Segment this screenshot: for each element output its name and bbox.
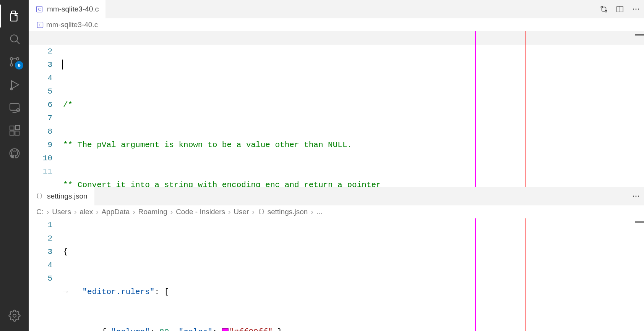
tab-bar-top: C mm-sqlite3-40.c xyxy=(29,0,644,18)
svg-point-14 xyxy=(13,314,16,317)
svg-point-22 xyxy=(636,9,637,10)
tab-actions-top xyxy=(596,0,644,18)
svg-rect-11 xyxy=(10,131,14,135)
code-content-top[interactable]: /* ** The pVal argument is known to be a… xyxy=(63,31,644,187)
svg-point-23 xyxy=(638,9,639,10)
svg-point-26 xyxy=(633,196,634,197)
svg-rect-13 xyxy=(15,126,19,130)
extensions-activity[interactable] xyxy=(0,119,29,142)
chevron-right-icon: › xyxy=(132,208,136,216)
editor-group-bottom: settings.json C:› Users› alex› AppData› … xyxy=(29,187,644,331)
svg-point-27 xyxy=(636,196,637,197)
svg-marker-5 xyxy=(11,81,19,89)
split-icon xyxy=(616,5,624,13)
ellipsis-icon xyxy=(632,5,640,13)
svg-point-0 xyxy=(10,35,18,42)
remote-explorer-icon xyxy=(8,102,21,114)
run-debug-activity[interactable] xyxy=(0,73,29,96)
more-actions-button[interactable] xyxy=(632,5,640,13)
breadcrumb-file: mm-sqlite3-40.c xyxy=(46,21,98,29)
tab-label: mm-sqlite3-40.c xyxy=(47,5,99,13)
tab-settings-json[interactable]: settings.json xyxy=(29,187,95,205)
code-area-bottom[interactable]: 1 2 3 4 5 { → "editor.rulers": [ → → { "… xyxy=(29,218,644,331)
more-actions-button[interactable] xyxy=(632,192,640,200)
github-icon xyxy=(9,148,20,159)
json-file-icon xyxy=(258,208,265,216)
search-icon xyxy=(8,33,21,45)
ruler-90 xyxy=(526,218,526,331)
chevron-right-icon: › xyxy=(227,208,231,216)
ellipsis-icon xyxy=(632,192,640,200)
chevron-right-icon: › xyxy=(251,208,255,216)
explorer-activity[interactable] xyxy=(0,5,29,27)
gear-icon xyxy=(8,310,21,322)
svg-line-1 xyxy=(17,41,19,44)
run-debug-icon xyxy=(8,79,21,91)
code-area-top[interactable]: 1 2 3 4 5 6 7 8 9 10 11 /* ** The pVal a… xyxy=(29,31,644,187)
svg-rect-7 xyxy=(10,103,19,110)
settings-activity[interactable] xyxy=(0,304,29,327)
breadcrumb-segment[interactable]: Users xyxy=(52,208,71,216)
breadcrumb-segment[interactable]: ... xyxy=(316,208,323,216)
split-editor-button[interactable] xyxy=(616,5,624,13)
c-file-icon: C xyxy=(36,5,43,13)
extensions-icon xyxy=(8,124,21,137)
remote-activity[interactable] xyxy=(0,96,29,119)
breadcrumb-top[interactable]: C mm-sqlite3-40.c xyxy=(29,18,644,31)
search-activity[interactable] xyxy=(0,27,29,50)
chevron-right-icon: › xyxy=(95,208,99,216)
breadcrumb-segment[interactable]: User xyxy=(234,208,249,216)
color-swatch-magenta[interactable] xyxy=(222,328,229,331)
editor-group-top: C mm-sqlite3-40.c C mm-sqlite3-40.c xyxy=(29,0,644,187)
code-content-bottom[interactable]: { → "editor.rulers": [ → → { "column": 8… xyxy=(63,218,644,331)
files-icon xyxy=(8,10,21,22)
chevron-right-icon: › xyxy=(73,208,77,216)
json-file-icon xyxy=(36,192,43,200)
svg-point-28 xyxy=(638,196,639,197)
svg-point-3 xyxy=(10,64,13,66)
tab-label: settings.json xyxy=(47,192,88,200)
tab-bar-bottom: settings.json xyxy=(29,187,644,205)
ruler-90 xyxy=(526,31,526,187)
tab-actions-bottom xyxy=(628,187,644,205)
editor-area: C mm-sqlite3-40.c C mm-sqlite3-40.c xyxy=(29,0,644,331)
chevron-right-icon: › xyxy=(310,208,314,216)
scm-activity[interactable]: 9 xyxy=(0,50,29,73)
svg-text:C: C xyxy=(38,7,41,11)
breadcrumb-segment[interactable]: Code - Insiders xyxy=(176,208,225,216)
svg-point-17 xyxy=(601,6,603,8)
breadcrumb-segment[interactable]: AppData xyxy=(101,208,130,216)
breadcrumb-segment[interactable]: C: xyxy=(36,208,44,216)
tab-mm-sqlite3[interactable]: C mm-sqlite3-40.c xyxy=(29,0,106,18)
github-activity[interactable] xyxy=(0,142,29,165)
compare-icon xyxy=(600,5,608,13)
chevron-right-icon: › xyxy=(46,208,50,216)
text-cursor xyxy=(62,60,63,69)
gutter-bottom: 1 2 3 4 5 xyxy=(29,218,63,331)
breadcrumb-segment[interactable]: Roaming xyxy=(138,208,167,216)
breadcrumb-segment[interactable]: settings.json xyxy=(268,208,308,216)
compare-changes-button[interactable] xyxy=(600,5,608,13)
chevron-right-icon: › xyxy=(170,208,174,216)
scm-badge: 9 xyxy=(15,61,23,69)
svg-rect-10 xyxy=(10,126,14,130)
ruler-80 xyxy=(475,218,476,331)
svg-point-18 xyxy=(605,10,607,12)
svg-point-2 xyxy=(16,58,19,60)
breadcrumb-segment[interactable]: alex xyxy=(79,208,93,216)
c-file-icon: C xyxy=(36,21,44,29)
breadcrumb-bottom[interactable]: C:› Users› alex› AppData› Roaming› Code … xyxy=(29,205,644,218)
svg-text:C: C xyxy=(39,23,41,27)
gutter-top: 1 2 3 4 5 6 7 8 9 10 11 xyxy=(29,31,63,187)
svg-point-21 xyxy=(633,9,634,10)
ruler-80 xyxy=(475,31,476,187)
activity-bar: 9 xyxy=(0,0,29,331)
svg-rect-12 xyxy=(15,131,19,135)
